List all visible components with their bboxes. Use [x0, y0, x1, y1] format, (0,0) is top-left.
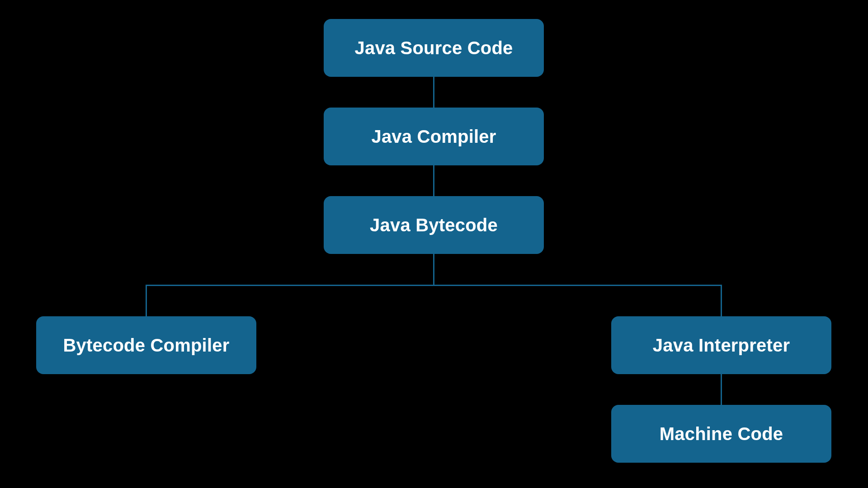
connector-branch-right-drop	[721, 285, 722, 316]
node-label: Java Bytecode	[370, 215, 498, 235]
node-label: Java Source Code	[354, 38, 513, 58]
node-java-compiler: Java Compiler	[324, 108, 544, 165]
connector-source-to-compiler	[433, 77, 434, 108]
node-java-bytecode: Java Bytecode	[324, 196, 544, 254]
diagram-canvas: Java Source Code Java Compiler Java Byte…	[0, 0, 868, 488]
node-java-source-code: Java Source Code	[324, 19, 544, 77]
node-label: Bytecode Compiler	[63, 335, 230, 356]
node-label: Java Compiler	[371, 127, 496, 147]
connector-bytecode-stem	[433, 254, 434, 286]
connector-compiler-to-bytecode	[433, 165, 434, 196]
connector-branch-left-drop	[146, 285, 147, 316]
connector-branch-bus	[146, 285, 722, 286]
node-bytecode-compiler: Bytecode Compiler	[36, 316, 256, 374]
connector-interpreter-to-machine	[721, 374, 722, 405]
node-machine-code: Machine Code	[611, 405, 831, 463]
node-label: Machine Code	[660, 424, 783, 444]
node-java-interpreter: Java Interpreter	[611, 316, 831, 374]
node-label: Java Interpreter	[653, 335, 790, 356]
